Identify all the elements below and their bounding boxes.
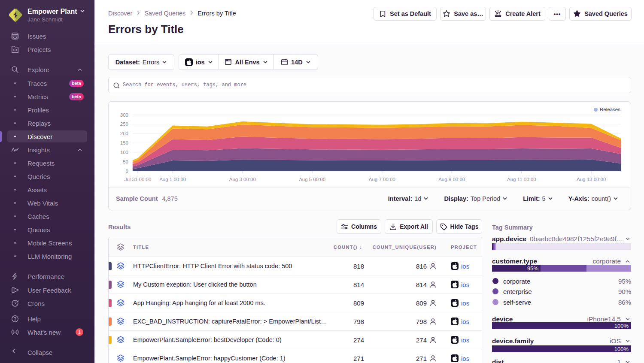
svg-text:Aug 9 00:00: Aug 9 00:00: [438, 177, 465, 182]
svg-text:Aug 1 00:00: Aug 1 00:00: [159, 177, 186, 182]
svg-text:Aug 7 00:00: Aug 7 00:00: [369, 177, 395, 182]
svg-text:50: 50: [123, 159, 128, 164]
svg-text:250: 250: [120, 121, 128, 127]
svg-text:0: 0: [126, 169, 128, 174]
svg-text:Aug 11 00:00: Aug 11 00:00: [507, 177, 536, 182]
svg-text:Aug 13 00:00: Aug 13 00:00: [577, 177, 606, 182]
svg-text:100: 100: [120, 150, 128, 155]
svg-text:Aug 3 00:00: Aug 3 00:00: [229, 177, 256, 182]
svg-text:300: 300: [120, 112, 128, 118]
svg-text:Jul 31 00:00: Jul 31 00:00: [125, 177, 152, 182]
svg-text:150: 150: [120, 140, 128, 145]
svg-text:200: 200: [120, 131, 128, 136]
svg-text:Aug 5 00:00: Aug 5 00:00: [299, 177, 325, 182]
